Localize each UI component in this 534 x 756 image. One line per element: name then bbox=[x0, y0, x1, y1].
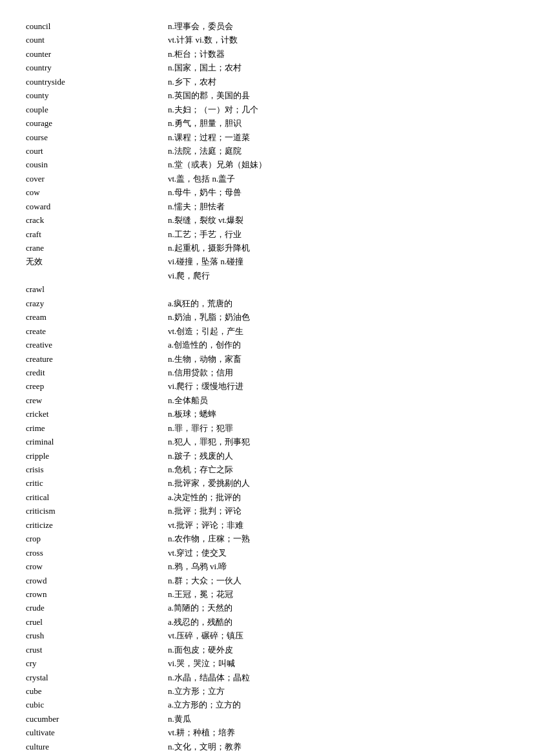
word: council bbox=[26, 19, 168, 33]
definition: n.夫妇；（一）对；几个 bbox=[168, 103, 508, 116]
list-item: cousinn.堂（或表）兄弟（姐妹） bbox=[26, 158, 508, 171]
word: criticize bbox=[26, 518, 168, 532]
definition: n.黄瓜 bbox=[168, 712, 508, 726]
list-item: crewn.全体船员 bbox=[26, 394, 508, 407]
word: critic bbox=[26, 476, 168, 490]
definition: vt.创造；引起，产生 bbox=[168, 324, 508, 338]
definition: a.残忍的，残酷的 bbox=[168, 615, 508, 629]
word: cross bbox=[26, 546, 168, 560]
definition: n.堂（或表）兄弟（姐妹） bbox=[168, 158, 508, 171]
word: crude bbox=[26, 601, 168, 614]
definition: n.奶油，乳脂；奶油色 bbox=[168, 310, 508, 324]
word: cream bbox=[26, 310, 168, 324]
definition: n.乡下，农村 bbox=[168, 75, 508, 89]
list-item: cucumbern.黄瓜 bbox=[26, 712, 508, 726]
word: creative bbox=[26, 338, 168, 352]
list-item: crystaln.水晶，结晶体；晶粒 bbox=[26, 671, 508, 684]
word: coward bbox=[26, 200, 168, 213]
word: critical bbox=[26, 490, 168, 504]
list-item: 无效vi.碰撞，坠落 n.碰撞 bbox=[26, 255, 508, 268]
list-item: craftn.工艺；手艺，行业 bbox=[26, 227, 508, 241]
word: court bbox=[26, 144, 168, 158]
definition: vt.盖，包括 n.盖子 bbox=[168, 172, 508, 185]
definition: n.理事会，委员会 bbox=[168, 19, 508, 33]
list-item: countern.柜台；计数器 bbox=[26, 47, 508, 61]
list-item: cropn.农作物，庄稼；一熟 bbox=[26, 532, 508, 545]
list-item: crazya.疯狂的，荒唐的 bbox=[26, 297, 508, 310]
word: countryside bbox=[26, 75, 168, 89]
word: cousin bbox=[26, 158, 168, 171]
list-item: countrysiden.乡下，农村 bbox=[26, 75, 508, 89]
definition: n.王冠，冕；花冠 bbox=[168, 587, 508, 601]
list-item: couragen.勇气，胆量，胆识 bbox=[26, 116, 508, 130]
word: crazy bbox=[26, 297, 168, 310]
definition: vi.爬行；缓慢地行进 bbox=[168, 379, 508, 393]
list-item: cricketn.板球；蟋蟀 bbox=[26, 407, 508, 421]
list-item: cubica.立方形的；立方的 bbox=[26, 698, 508, 711]
word: cultivate bbox=[26, 726, 168, 739]
list-item: couplen.夫妇；（一）对；几个 bbox=[26, 103, 508, 116]
list-item: covervt.盖，包括 n.盖子 bbox=[26, 172, 508, 185]
list-item: cowardn.懦夫；胆怯者 bbox=[26, 200, 508, 213]
list-item: criminaln.犯人，罪犯，刑事犯 bbox=[26, 435, 508, 448]
list-item: cruela.残忍的，残酷的 bbox=[26, 615, 508, 629]
list-item: crustn.面包皮；硬外皮 bbox=[26, 643, 508, 656]
list-item: counciln.理事会，委员会 bbox=[26, 19, 508, 33]
list-item: cripplen.跛子；残废的人 bbox=[26, 449, 508, 463]
word: cucumber bbox=[26, 712, 168, 726]
word: courage bbox=[26, 116, 168, 130]
list-item: creepvi.爬行；缓慢地行进 bbox=[26, 379, 508, 393]
word: crisis bbox=[26, 463, 168, 476]
word: crush bbox=[26, 629, 168, 642]
definition: n.面包皮；硬外皮 bbox=[168, 643, 508, 656]
word: crop bbox=[26, 532, 168, 545]
list-item: crisisn.危机；存亡之际 bbox=[26, 463, 508, 476]
word: crystal bbox=[26, 671, 168, 684]
word: crawl bbox=[26, 282, 168, 296]
word: counter bbox=[26, 47, 168, 61]
word: criminal bbox=[26, 435, 168, 448]
list-item: countryn.国家，国土；农村 bbox=[26, 61, 508, 74]
definition: vt.穿过；使交叉 bbox=[168, 546, 508, 560]
list-item: crackn.裂缝，裂纹 vt.爆裂 bbox=[26, 213, 508, 227]
definition: n.法院，法庭；庭院 bbox=[168, 144, 508, 158]
definition: a.立方形的；立方的 bbox=[168, 698, 508, 711]
definition: n.勇气，胆量，胆识 bbox=[168, 116, 508, 130]
word: crowd bbox=[26, 574, 168, 587]
definition: n.群；大众；一伙人 bbox=[168, 574, 508, 587]
definition: n.跛子；残废的人 bbox=[168, 449, 508, 463]
word: creep bbox=[26, 379, 168, 393]
word: cow bbox=[26, 185, 168, 199]
list-item: creativea.创造性的，创作的 bbox=[26, 338, 508, 352]
word: count bbox=[26, 33, 168, 47]
definition: a.决定性的；批评的 bbox=[168, 490, 508, 504]
word: crow bbox=[26, 560, 168, 573]
word: country bbox=[26, 61, 168, 74]
definition: n.全体船员 bbox=[168, 394, 508, 407]
definition: n.犯人，罪犯，刑事犯 bbox=[168, 435, 508, 448]
definition: n.母牛，奶牛；母兽 bbox=[168, 185, 508, 199]
definition: n.裂缝，裂纹 vt.爆裂 bbox=[168, 213, 508, 227]
list-item: criticn.批评家，爱挑剔的人 bbox=[26, 476, 508, 490]
definition: vt.压碎，碾碎；镇压 bbox=[168, 629, 508, 642]
definition: n.水晶，结晶体；晶粒 bbox=[168, 671, 508, 684]
definition: a.简陋的；天然的 bbox=[168, 601, 508, 614]
definition: vi.碰撞，坠落 n.碰撞 bbox=[168, 255, 508, 268]
list-item: criticismn.批评；批判；评论 bbox=[26, 504, 508, 518]
word: cunning bbox=[26, 753, 168, 756]
list-item: criticala.决定性的；批评的 bbox=[26, 490, 508, 504]
word: 无效 bbox=[26, 255, 168, 268]
list-item: crownn.王冠，冕；花冠 bbox=[26, 587, 508, 601]
definition: n.懦夫；胆怯者 bbox=[168, 200, 508, 213]
list-item: vi.爬，爬行 bbox=[26, 269, 508, 282]
definition: n.工艺；手艺，行业 bbox=[168, 227, 508, 241]
list-item: creaturen.生物，动物，家畜 bbox=[26, 352, 508, 366]
definition: n.生物，动物，家畜 bbox=[168, 352, 508, 366]
word: crew bbox=[26, 394, 168, 407]
definition: vi.哭，哭泣；叫喊 bbox=[168, 656, 508, 670]
word: credit bbox=[26, 366, 168, 379]
list-item: cultivatevt.耕；种植；培养 bbox=[26, 726, 508, 739]
list-item: courtn.法院，法庭；庭院 bbox=[26, 144, 508, 158]
definition: vt.批评；评论；非难 bbox=[168, 518, 508, 532]
word: create bbox=[26, 324, 168, 338]
